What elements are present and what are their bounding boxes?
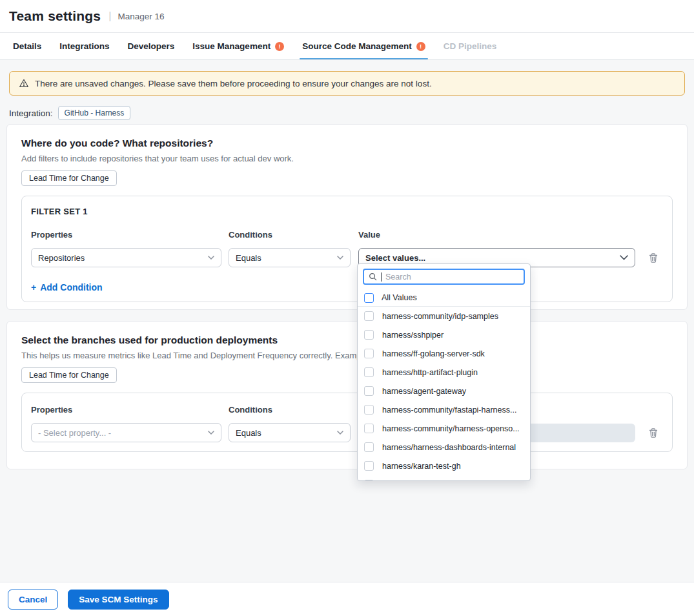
tab-label: Integrations — [59, 41, 109, 51]
page-subtitle: Manager 16 — [117, 12, 164, 21]
search-icon — [369, 272, 377, 281]
conditions-column-label: Conditions — [229, 405, 351, 415]
dropdown-option[interactable]: harness-community/fastapi-harness... — [358, 400, 530, 419]
option-label: harness/harness-dashboards-internal — [382, 443, 516, 452]
conditions-column-label: Conditions — [229, 230, 351, 240]
dropdown-option[interactable]: harness/http-artifact-plugin — [358, 363, 530, 382]
option-label: harness-community/fastapi-harness... — [382, 406, 516, 415]
chevron-down-icon — [208, 256, 214, 260]
tab-label: CD Pipelines — [444, 41, 497, 51]
tab-developers[interactable]: Developers — [119, 33, 184, 59]
option-label: harness/... — [382, 480, 420, 482]
dropdown-option[interactable]: harness/agent-gateway — [358, 382, 530, 400]
value-column-label: Value — [358, 230, 635, 240]
add-condition-button[interactable]: + Add Condition — [31, 282, 103, 293]
trash-icon — [648, 427, 658, 438]
value-dropdown-popover: Search All Values harness-community/idp-… — [357, 263, 531, 481]
tab-label: Details — [13, 41, 41, 51]
tab-integrations[interactable]: Integrations — [50, 33, 118, 59]
dropdown-option[interactable]: harness-community/idp-samples — [358, 307, 530, 325]
tab-cd-pipelines: CD Pipelines — [434, 33, 506, 59]
dropdown-option[interactable]: harness-community/harness-openso... — [358, 419, 530, 438]
option-checkbox[interactable] — [364, 461, 374, 471]
dropdown-option-clipped[interactable]: harness/... — [358, 475, 530, 481]
option-label: harness/karan-test-gh — [382, 462, 461, 471]
property-select-value: Repositories — [38, 253, 85, 263]
delete-condition-button[interactable] — [648, 252, 658, 263]
branch-condition-value: Equals — [236, 428, 261, 438]
option-checkbox[interactable] — [364, 405, 374, 415]
option-checkbox[interactable] — [364, 424, 374, 433]
dropdown-option[interactable]: harness/ff-golang-server-sdk — [358, 344, 530, 363]
filter-set-1-title: FILTER SET 1 — [31, 207, 663, 216]
value-multiselect-placeholder: Select values... — [365, 253, 425, 263]
branch-property-placeholder: - Select property... - — [38, 428, 111, 438]
save-scm-settings-button[interactable]: Save SCM Settings — [68, 590, 168, 610]
search-input[interactable]: Search — [363, 269, 525, 285]
unsaved-changes-banner: There are unsaved changes. Please save t… — [9, 71, 685, 96]
option-label: harness-community/harness-openso... — [382, 424, 520, 433]
warning-badge-icon: ! — [275, 42, 284, 51]
tab-label: Source Code Management — [302, 41, 412, 51]
warning-badge-icon: ! — [416, 42, 425, 51]
dropdown-option[interactable]: harness/sshpiper — [358, 325, 530, 344]
trash-icon — [648, 252, 658, 263]
condition-select[interactable]: Equals — [229, 248, 351, 267]
branches-card-subtitle: This helps us measure metrics like Lead … — [21, 351, 673, 360]
all-values-checkbox[interactable] — [364, 293, 374, 303]
property-select[interactable]: Repositories — [31, 248, 221, 267]
repositories-card-title: Where do you code? What repositories? — [21, 138, 673, 149]
tab-source-code-management[interactable]: Source Code Management ! — [293, 33, 434, 59]
tab-issue-management[interactable]: Issue Management ! — [183, 33, 293, 59]
option-checkbox[interactable] — [364, 311, 374, 321]
warning-triangle-icon — [19, 78, 29, 88]
chevron-down-icon — [337, 256, 343, 260]
banner-message: There are unsaved changes. Please save t… — [35, 79, 432, 88]
option-label: harness/ff-golang-server-sdk — [382, 349, 485, 358]
option-checkbox[interactable] — [364, 442, 374, 452]
filter-column-headers: Properties Conditions — [31, 405, 663, 415]
tab-bar: Details Integrations Developers Issue Ma… — [0, 33, 694, 60]
branch-property-select[interactable]: - Select property... - — [31, 423, 221, 442]
dropdown-option[interactable]: harness/karan-test-gh — [358, 457, 530, 475]
chevron-down-icon — [620, 255, 628, 260]
filter-row: Repositories Equals Select values... — [31, 248, 663, 267]
filter-row: - Select property... - Equals — [31, 423, 663, 442]
option-checkbox[interactable] — [364, 349, 374, 358]
option-checkbox[interactable] — [364, 386, 374, 396]
page-title: Team settings — [9, 8, 101, 24]
footer-bar: Cancel Save SCM Settings — [0, 582, 694, 616]
dropdown-option[interactable]: harness/harness-dashboards-internal — [358, 438, 530, 457]
select-all-option[interactable]: All Values — [358, 289, 530, 307]
chevron-down-icon — [337, 431, 343, 435]
option-label: harness/sshpiper — [382, 331, 444, 340]
text-cursor — [381, 272, 382, 282]
lead-time-chip: Lead Time for Change — [21, 170, 117, 186]
option-checkbox[interactable] — [364, 480, 374, 481]
add-condition-label: Add Condition — [40, 282, 102, 293]
tab-details[interactable]: Details — [4, 33, 50, 59]
condition-select-value: Equals — [236, 253, 261, 263]
integration-label: Integration: — [9, 108, 53, 118]
integration-row: Integration: GitHub - Harness — [9, 106, 130, 120]
filter-column-headers: Properties Conditions Value — [31, 230, 663, 240]
delete-condition-button[interactable] — [648, 427, 658, 438]
branches-card: Select the branches used for production … — [6, 321, 688, 469]
chevron-down-icon — [208, 431, 214, 435]
integration-chip[interactable]: GitHub - Harness — [58, 106, 131, 120]
title-separator: | — [108, 10, 111, 22]
lead-time-chip: Lead Time for Change — [21, 367, 117, 383]
page: Team settings | Manager 16 Details Integ… — [0, 0, 694, 616]
properties-column-label: Properties — [31, 405, 221, 415]
option-label: harness/http-artifact-plugin — [382, 368, 478, 377]
tab-label: Developers — [128, 41, 175, 51]
branches-card-title: Select the branches used for production … — [21, 334, 673, 346]
option-checkbox[interactable] — [364, 367, 374, 377]
branch-condition-select[interactable]: Equals — [229, 423, 351, 442]
properties-column-label: Properties — [31, 230, 221, 240]
cancel-button[interactable]: Cancel — [8, 590, 58, 610]
option-checkbox[interactable] — [364, 330, 374, 340]
all-values-label: All Values — [382, 293, 417, 302]
repositories-card-subtitle: Add filters to include repositories that… — [21, 154, 673, 163]
page-header: Team settings | Manager 16 — [0, 0, 694, 33]
